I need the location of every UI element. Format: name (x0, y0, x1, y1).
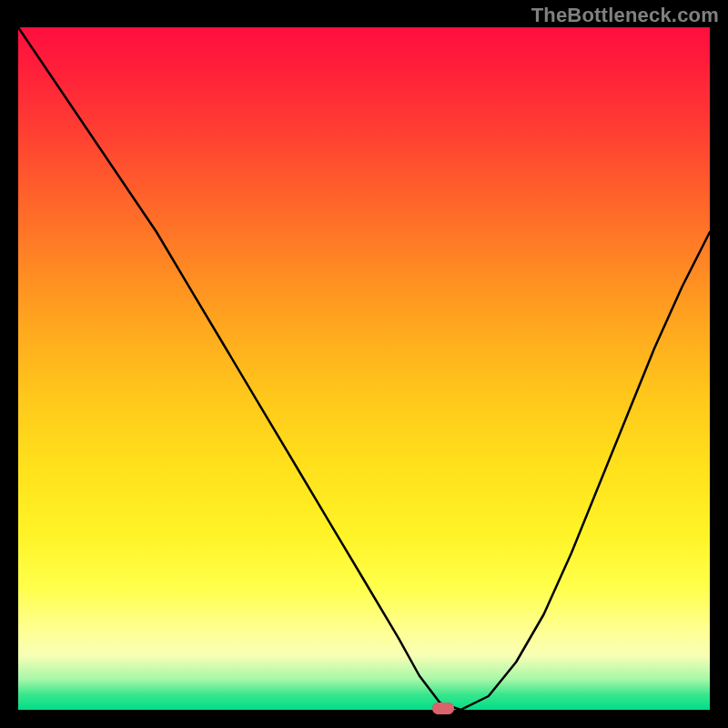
curve-layer (18, 27, 710, 710)
optimal-point-marker (432, 703, 454, 714)
chart-frame: TheBottleneck.com (0, 0, 728, 728)
bottleneck-curve (18, 27, 710, 710)
attribution-text: TheBottleneck.com (531, 4, 719, 27)
